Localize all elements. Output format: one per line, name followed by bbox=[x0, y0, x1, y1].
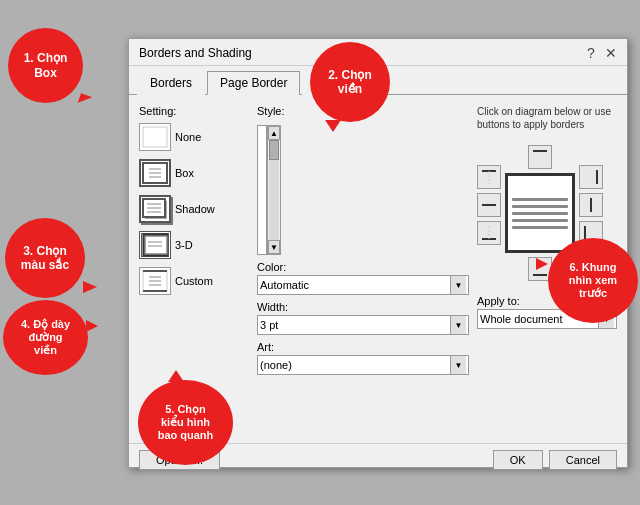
border-btn-middle-v[interactable] bbox=[579, 193, 603, 217]
callout-2: 2. Chọnviền bbox=[310, 42, 390, 122]
setting-icon-custom bbox=[139, 267, 171, 295]
art-label: Art: bbox=[257, 341, 469, 353]
setting-icon-none bbox=[139, 123, 171, 151]
3d-icon-svg bbox=[142, 233, 168, 257]
callout-1: 1. ChọnBox bbox=[8, 28, 83, 103]
preview-line-5 bbox=[512, 226, 568, 229]
callout-3: 3. Chọnmàu sắc bbox=[5, 218, 85, 298]
preview-line-4 bbox=[512, 219, 568, 222]
color-select[interactable]: Automatic ▼ bbox=[257, 275, 469, 295]
border-btn-top[interactable] bbox=[477, 165, 501, 189]
border-btn-bottom[interactable] bbox=[477, 221, 501, 245]
callout-4: 4. Độ dàyđườngviền bbox=[3, 300, 88, 375]
style-list-container: ▲ ▼ bbox=[257, 125, 469, 255]
width-section: Width: 3 pt ▼ bbox=[257, 301, 469, 335]
settings-label: Setting: bbox=[139, 105, 249, 117]
width-label: Width: bbox=[257, 301, 469, 313]
callout-4-text: 4. Độ dàyđườngviền bbox=[21, 318, 70, 358]
setting-box-label: Box bbox=[175, 167, 194, 179]
scroll-up-btn[interactable]: ▲ bbox=[268, 126, 280, 140]
scroll-thumb[interactable] bbox=[269, 140, 279, 160]
bottom-border-icon bbox=[480, 224, 498, 242]
scroll-track bbox=[269, 140, 279, 240]
border-btn-right-top[interactable] bbox=[579, 165, 603, 189]
preview-content bbox=[508, 194, 572, 233]
width-dropdown-arrow[interactable]: ▼ bbox=[450, 316, 466, 334]
width-select[interactable]: 3 pt ▼ bbox=[257, 315, 469, 335]
style-list[interactable] bbox=[257, 125, 267, 255]
none-icon-svg bbox=[141, 125, 169, 149]
art-value: (none) bbox=[260, 359, 448, 371]
callout-6: 6. Khungnhìn xemtrước bbox=[548, 238, 638, 323]
custom-icon-svg bbox=[141, 269, 169, 293]
art-section: Art: (none) ▼ bbox=[257, 341, 469, 375]
callout-2-text: 2. Chọnviền bbox=[328, 68, 372, 97]
setting-icon-box bbox=[139, 159, 171, 187]
color-value: Automatic bbox=[260, 279, 448, 291]
preview-description: Click on diagram below or use buttons to… bbox=[477, 105, 617, 131]
preview-line-2 bbox=[512, 205, 568, 208]
setting-3d-label: 3-D bbox=[175, 239, 193, 251]
middle-panel: Style: ▲ bbox=[257, 105, 469, 435]
svg-rect-11 bbox=[145, 236, 167, 254]
help-button[interactable]: ? bbox=[583, 45, 599, 61]
right-top-icon bbox=[582, 168, 600, 186]
cancel-button[interactable]: Cancel bbox=[549, 450, 617, 470]
color-dropdown-arrow[interactable]: ▼ bbox=[450, 276, 466, 294]
setting-none[interactable]: None bbox=[139, 123, 249, 151]
callout-3-text: 3. Chọnmàu sắc bbox=[21, 244, 69, 273]
svg-rect-10 bbox=[144, 235, 168, 255]
callout-1-text: 1. ChọnBox bbox=[24, 51, 68, 80]
setting-3d[interactable]: 3-D bbox=[139, 231, 249, 259]
border-btn-left-top[interactable] bbox=[528, 145, 552, 169]
color-label: Color: bbox=[257, 261, 469, 273]
preview-box bbox=[505, 173, 575, 253]
callout-6-text: 6. Khungnhìn xemtrước bbox=[569, 261, 617, 301]
dialog-title: Borders and Shading bbox=[139, 46, 252, 60]
title-bar-controls: ? ✕ bbox=[583, 45, 619, 61]
border-btn-middle-h[interactable] bbox=[477, 193, 501, 217]
shadow-icon-svg bbox=[141, 197, 169, 221]
scroll-down-btn[interactable]: ▼ bbox=[268, 240, 280, 254]
setting-none-label: None bbox=[175, 131, 201, 143]
svg-rect-0 bbox=[143, 127, 167, 147]
middle-v-icon bbox=[582, 196, 600, 214]
callout-5: 5. Chọnkiểu hìnhbao quanh bbox=[138, 380, 233, 465]
setting-icon-3d bbox=[139, 231, 171, 259]
tab-page-border[interactable]: Page Border bbox=[207, 71, 300, 95]
close-button[interactable]: ✕ bbox=[603, 45, 619, 61]
callout-5-text: 5. Chọnkiểu hìnhbao quanh bbox=[158, 403, 214, 443]
preview-line-1 bbox=[512, 198, 568, 201]
preview-line-3 bbox=[512, 212, 568, 215]
setting-shadow-label: Shadow bbox=[175, 203, 215, 215]
tab-borders[interactable]: Borders bbox=[137, 71, 205, 95]
top-border-h-icon bbox=[531, 148, 549, 166]
art-select[interactable]: (none) ▼ bbox=[257, 355, 469, 375]
ok-button[interactable]: OK bbox=[493, 450, 543, 470]
top-border-icon bbox=[480, 168, 498, 186]
setting-box[interactable]: Box bbox=[139, 159, 249, 187]
left-border-buttons bbox=[477, 165, 501, 281]
art-dropdown-arrow[interactable]: ▼ bbox=[450, 356, 466, 374]
box-icon-svg bbox=[141, 161, 169, 185]
setting-custom[interactable]: Custom bbox=[139, 267, 249, 295]
setting-icon-shadow bbox=[139, 195, 171, 223]
width-value: 3 pt bbox=[260, 319, 448, 331]
color-section: Color: Automatic ▼ bbox=[257, 261, 469, 295]
middle-h-border-icon bbox=[480, 196, 498, 214]
setting-custom-label: Custom bbox=[175, 275, 213, 287]
style-scrollbar[interactable]: ▲ ▼ bbox=[267, 125, 281, 255]
setting-shadow[interactable]: Shadow bbox=[139, 195, 249, 223]
